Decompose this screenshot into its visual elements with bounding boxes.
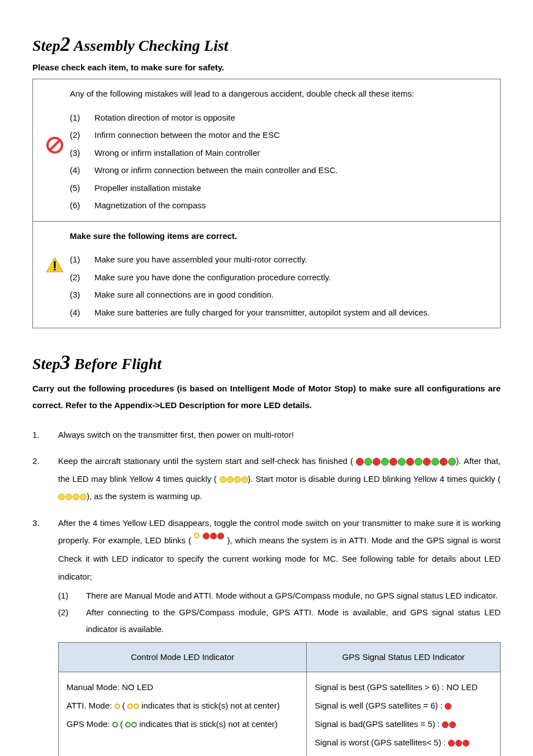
item-text: Infirm connection between the motor and …: [94, 126, 280, 144]
correct-section: Make sure the following items are correc…: [33, 221, 500, 328]
list-item: (2)After connecting to the GPS/Compass m…: [58, 604, 501, 638]
svg-line-1: [50, 140, 60, 150]
led-selfcheck-icon: [356, 458, 456, 466]
list-item: (1)There are Manual Mode and ATTI. Mode …: [58, 587, 501, 604]
step3-title-prefix: Step: [32, 355, 60, 372]
warning-icon-col: [40, 228, 70, 273]
list-item: 1. Always switch on the transmitter firs…: [32, 426, 501, 444]
item-num: (6): [70, 197, 94, 214]
text-frag: ). Start motor is disable during LED bli…: [248, 474, 501, 484]
list-item: (2)Make sure you have done the configura…: [70, 269, 490, 286]
list-item: (5)Propeller installation mistake: [70, 179, 490, 197]
list-item: (6)Magnetization of the compass: [70, 197, 490, 214]
step3-title-rest: Before Flight: [70, 355, 161, 372]
text-frag: (: [122, 701, 127, 710]
cell-line: Signal is bad(GPS satellites = 5) :: [315, 715, 492, 733]
item-num: (3): [70, 144, 94, 162]
led-atti-worst-icon: [194, 533, 224, 551]
danger-section: Any of the following mistakes will lead …: [33, 79, 500, 221]
text-frag: Signal is bad(GPS satellites = 5) :: [315, 719, 442, 729]
text-frag: Signal is well (GPS satellites = 6) :: [315, 701, 442, 710]
item-num: (1): [70, 109, 94, 127]
text-frag: indicates that is stick(s) not at center…: [141, 701, 280, 710]
led-table: Control Mode LED Indicator GPS Signal St…: [58, 642, 501, 756]
item-num: (4): [70, 304, 94, 322]
warning-icon: [45, 256, 64, 273]
step2-title-rest: Assembly Checking List: [70, 37, 229, 54]
item-text: Wrong or infirm installation of Main con…: [94, 144, 260, 162]
list-item: (2)Infirm connection between the motor a…: [70, 126, 490, 144]
item-text: Wrong or infirm connection between the m…: [94, 161, 338, 179]
item-num: (2): [70, 126, 94, 144]
item-text: There are Manual Mode and ATTI. Mode wit…: [86, 587, 501, 604]
cell-line: Signal is best (GPS satellites > 6) : NO…: [315, 678, 492, 696]
item-num: 1.: [32, 426, 58, 444]
table-cell: Signal is best (GPS satellites > 6) : NO…: [307, 672, 501, 756]
item-text: Magnetization of the compass: [94, 197, 206, 214]
list-item: (4)Wrong or infirm connection between th…: [70, 161, 490, 179]
cell-line: Signal is well (GPS satellites = 6) :: [315, 696, 492, 715]
step3-title: Step3 Before Flight: [32, 348, 501, 376]
led-yellow4-icon: [220, 476, 248, 483]
item-text: Always switch on the transmitter first, …: [58, 426, 501, 444]
item-num: (1): [70, 251, 94, 269]
correct-intro: Make sure the following items are correc…: [70, 228, 490, 245]
table-header: GPS Signal Status LED Indicator: [307, 643, 501, 672]
item-text: After the 4 times Yellow LED disappears,…: [58, 514, 501, 756]
list-item: 3. After the 4 times Yellow LED disappea…: [32, 514, 501, 756]
item-text: Make sure all connections are in good co…: [94, 286, 274, 304]
item-text: Make sure you have done the configuratio…: [94, 269, 331, 286]
step3-title-num: 3: [60, 351, 70, 374]
prohibit-icon: [46, 136, 64, 154]
step3-list: 1. Always switch on the transmitter firs…: [32, 426, 501, 756]
step2-subtitle: Please check each item, to make sure for…: [32, 61, 501, 73]
item-num: (2): [58, 604, 86, 638]
list-item: (3)Make sure all connections are in good…: [70, 286, 490, 304]
led-yellow4-icon: [58, 494, 87, 500]
led-green-icon: [112, 722, 118, 728]
text-frag: GPS Mode:: [66, 719, 112, 729]
led-green2-icon: [125, 722, 137, 728]
item-num: 3.: [32, 514, 58, 756]
item-text: Make sure you have assembled your multi-…: [94, 251, 307, 269]
step2-title-num: 2: [60, 33, 70, 55]
table-cell: Manual Mode: NO LED ATTI. Mode: ( indica…: [59, 672, 307, 756]
text-frag: indicates that is stick(s) not at center…: [139, 719, 278, 729]
led-yellow2-icon: [127, 704, 139, 709]
item-num: (3): [70, 286, 94, 304]
item-text: Propeller installation mistake: [94, 179, 201, 197]
cell-line: GPS Mode: ( indicates that is stick(s) n…: [66, 715, 298, 733]
step3-intro: Carry out the following procedures (is b…: [32, 380, 501, 414]
item-num: (4): [70, 161, 94, 179]
step2-title: Step2 Assembly Checking List: [32, 30, 501, 58]
step2-title-prefix: Step: [32, 37, 60, 54]
list-item: 2. Keep the aircraft stationary until th…: [32, 452, 501, 505]
text-frag: Keep the aircraft stationary until the s…: [58, 456, 353, 466]
item-text: Rotation direction of motor is opposite: [94, 109, 235, 127]
list-item: (1)Rotation direction of motor is opposi…: [70, 109, 490, 127]
svg-point-4: [54, 269, 55, 270]
cell-line: Signal is worst (GPS satellites< 5) :: [315, 733, 492, 752]
step2-box: Any of the following mistakes will lead …: [32, 79, 501, 328]
correct-list: (1)Make sure you have assembled your mul…: [70, 251, 490, 321]
list-item: (1)Make sure you have assembled your mul…: [70, 251, 490, 269]
item-text: Keep the aircraft stationary until the s…: [58, 452, 501, 505]
list-item: (3)Wrong or infirm installation of Main …: [70, 144, 490, 162]
item-text: Make sure batteries are fully charged fo…: [94, 304, 430, 322]
item-num: (2): [70, 269, 94, 286]
text-frag: Signal is worst (GPS satellites< 5) :: [315, 738, 446, 747]
danger-intro: Any of the following mistakes will lead …: [70, 86, 490, 102]
led-red1-icon: [445, 703, 451, 710]
item-text: After connecting to the GPS/Compass modu…: [86, 604, 501, 638]
led-yellow-icon: [115, 704, 120, 709]
cell-line: Manual Mode: NO LED: [66, 678, 298, 696]
led-red3-icon: [448, 740, 469, 747]
item-num: (5): [70, 179, 94, 197]
item-num: (1): [58, 587, 86, 604]
sub-list: (1)There are Manual Mode and ATTI. Mode …: [58, 587, 501, 638]
text-frag: (: [120, 719, 125, 729]
item-num: 2.: [32, 452, 58, 505]
led-red2-icon: [442, 721, 456, 728]
danger-list: (1)Rotation direction of motor is opposi…: [70, 109, 490, 214]
text-frag: ATTI. Mode:: [66, 701, 115, 710]
